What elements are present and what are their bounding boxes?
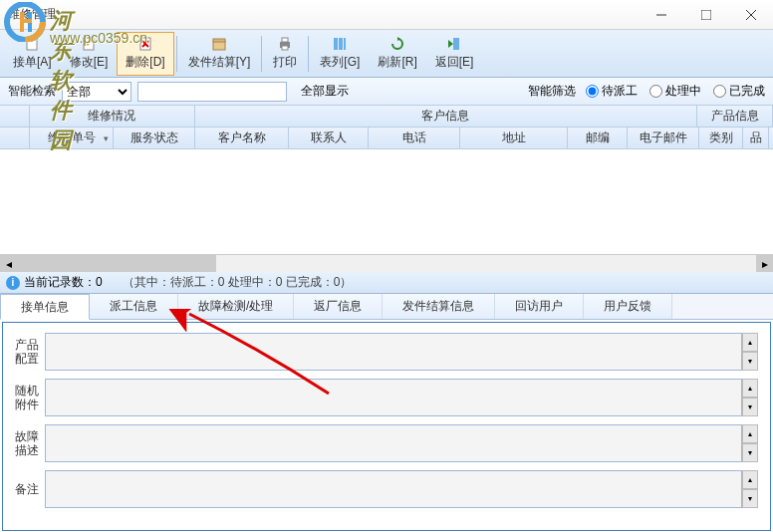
grid-column-header: 维修单号▾服务状态客户名称联系人电话地址邮编电子邮件类别品 xyxy=(0,128,773,149)
column-header-cell[interactable] xyxy=(0,128,30,148)
group-header-cell xyxy=(0,106,30,127)
close-button[interactable] xyxy=(728,0,773,30)
tab-4[interactable]: 发件结算信息 xyxy=(383,294,495,319)
tab-2[interactable]: 故障检测/处理 xyxy=(178,294,294,319)
tab-1[interactable]: 派工信息 xyxy=(90,294,178,319)
toolbar-box-button[interactable]: 发件结算[Y] xyxy=(179,32,260,76)
svg-rect-10 xyxy=(27,38,37,41)
toolbar-page-button[interactable]: 接单[A] xyxy=(4,32,61,76)
scrollbar-track[interactable] xyxy=(17,255,756,272)
svg-rect-18 xyxy=(282,38,288,42)
filter-label: 智能筛选 xyxy=(528,83,576,100)
back-icon xyxy=(446,36,462,52)
minimize-button[interactable] xyxy=(639,0,683,30)
toolbar-refresh-button[interactable]: 刷新[R] xyxy=(369,32,425,76)
printer-icon xyxy=(277,36,293,52)
box-icon xyxy=(211,36,227,52)
form-textarea-0[interactable] xyxy=(45,333,742,371)
group-header-cell: 客户信息 xyxy=(195,106,698,127)
svg-rect-21 xyxy=(339,38,343,50)
svg-rect-23 xyxy=(453,38,459,50)
spin-up[interactable]: ▴ xyxy=(742,470,758,489)
form-row-1: 随机附件▴▾ xyxy=(15,379,758,416)
detail-tabs: 接单信息派工信息故障检测/处理返厂信息发件结算信息回访用户用户反馈 xyxy=(0,294,773,320)
grid-group-header: 维修情况客户信息产品信息 xyxy=(0,106,773,128)
horizontal-scrollbar[interactable]: ◂ ▸ xyxy=(0,255,773,272)
window-title: 维修管理 xyxy=(8,6,56,23)
column-header-cell[interactable]: 客户名称 xyxy=(195,128,289,148)
status-bar: i 当前记录数：0 （其中：待派工：0 处理中：0 已完成：0） xyxy=(0,272,773,294)
form-row-2: 故障描述▴▾ xyxy=(15,424,758,462)
form-label: 随机附件 xyxy=(15,384,45,411)
form-textarea-3[interactable] xyxy=(45,470,742,508)
form-label: 故障描述 xyxy=(15,429,45,457)
column-header-cell[interactable]: 邮编 xyxy=(568,128,628,148)
group-header-cell: 维修情况 xyxy=(30,106,195,127)
form-textarea-1[interactable] xyxy=(45,379,742,416)
spin-down[interactable]: ▾ xyxy=(742,398,758,416)
search-label: 智能检索 xyxy=(8,83,56,100)
column-header-cell[interactable]: 电子邮件 xyxy=(628,128,699,148)
filter-radio-1[interactable]: 处理中 xyxy=(649,83,701,100)
toolbar-columns-button[interactable]: 表列[G] xyxy=(311,32,369,76)
filter-radio-0[interactable]: 待派工 xyxy=(586,83,638,100)
group-header-cell: 产品信息 xyxy=(697,106,773,127)
form-label: 产品配置 xyxy=(15,338,45,366)
tab-5[interactable]: 回访用户 xyxy=(495,294,584,319)
column-header-cell[interactable]: 电话 xyxy=(369,128,460,148)
page-icon xyxy=(24,36,40,52)
record-count: 当前记录数：0 xyxy=(24,274,103,291)
svg-rect-6 xyxy=(701,10,711,20)
spin-down[interactable]: ▾ xyxy=(742,352,758,371)
search-scope-select[interactable]: 全部 xyxy=(62,82,131,102)
column-header-cell[interactable]: 维修单号▾ xyxy=(30,128,114,148)
tab-0[interactable]: 接单信息 xyxy=(0,294,90,320)
maximize-button[interactable] xyxy=(683,0,728,30)
grid-body[interactable] xyxy=(0,149,773,255)
info-icon: i xyxy=(6,276,20,290)
column-header-cell[interactable]: 品 xyxy=(743,128,769,148)
scrollbar-thumb[interactable] xyxy=(17,255,216,272)
spin-up[interactable]: ▴ xyxy=(742,379,758,398)
toolbar-back-button[interactable]: 返回[E] xyxy=(426,32,483,76)
columns-icon xyxy=(332,36,348,52)
form-row-3: 备注▴▾ xyxy=(15,470,758,508)
spin-up[interactable]: ▴ xyxy=(742,333,758,352)
toolbar: 接单[A]修改[E]删除[D]发件结算[Y]打印表列[G]刷新[R]返回[E] xyxy=(0,30,773,78)
scroll-right-button[interactable]: ▸ xyxy=(756,255,773,272)
scroll-left-button[interactable]: ◂ xyxy=(0,255,17,272)
filter-radio-2[interactable]: 已完成 xyxy=(713,83,765,100)
toolbar-edit-button[interactable]: 修改[E] xyxy=(61,32,118,76)
form-panel: 产品配置▴▾随机附件▴▾故障描述▴▾备注▴▾ xyxy=(2,322,771,531)
searchbar: 智能检索 全部 全部显示 智能筛选 待派工处理中已完成 xyxy=(0,78,773,106)
refresh-icon xyxy=(389,36,405,52)
sort-icon: ▾ xyxy=(104,133,109,143)
form-row-0: 产品配置▴▾ xyxy=(15,333,758,371)
delete-icon xyxy=(137,36,153,52)
tab-3[interactable]: 返厂信息 xyxy=(294,294,383,319)
toolbar-delete-button[interactable]: 删除[D] xyxy=(117,32,173,76)
search-input[interactable] xyxy=(137,82,287,102)
column-header-cell[interactable]: 地址 xyxy=(460,128,568,148)
column-header-cell[interactable]: 类别 xyxy=(699,128,743,148)
tab-6[interactable]: 用户反馈 xyxy=(584,294,672,319)
show-all-label[interactable]: 全部显示 xyxy=(301,83,349,100)
svg-rect-16 xyxy=(213,39,225,42)
form-textarea-2[interactable] xyxy=(45,424,742,462)
svg-rect-19 xyxy=(282,46,288,50)
titlebar: 维修管理 xyxy=(0,0,773,30)
edit-icon xyxy=(81,36,97,52)
svg-rect-20 xyxy=(334,38,338,50)
record-breakdown: （其中：待派工：0 处理中：0 已完成：0） xyxy=(123,274,353,291)
column-header-cell[interactable]: 服务状态 xyxy=(114,128,195,148)
form-label: 备注 xyxy=(15,482,45,496)
column-header-cell[interactable]: 联系人 xyxy=(289,128,369,148)
spin-down[interactable]: ▾ xyxy=(742,489,758,508)
toolbar-printer-button[interactable]: 打印 xyxy=(264,32,306,76)
spin-up[interactable]: ▴ xyxy=(742,424,758,443)
spin-down[interactable]: ▾ xyxy=(742,443,758,462)
svg-rect-22 xyxy=(344,38,346,50)
